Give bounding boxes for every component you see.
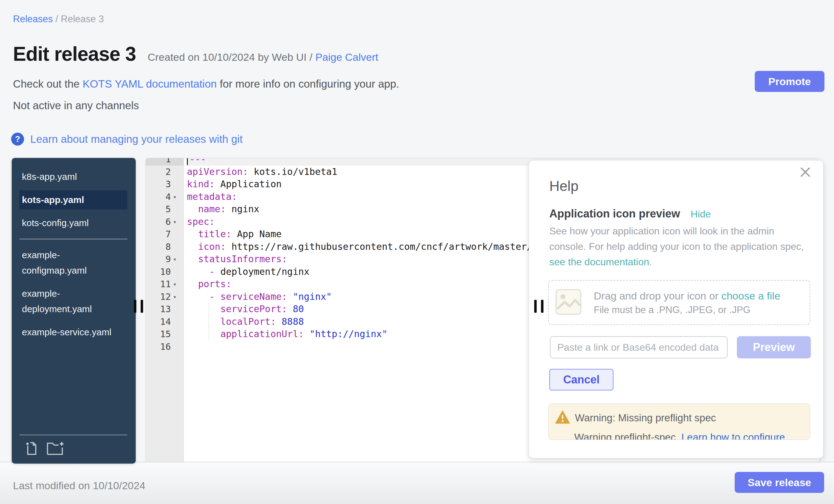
file-item-kots-app.yaml[interactable]: kots-app.yaml [19,190,127,210]
image-placeholder-icon [555,288,582,317]
gutter-line-1: 1 [146,158,184,166]
doc-hint: Check out the KOTS YAML documentation fo… [13,78,399,90]
bottom-bar: Last modified on 10/10/2024 [0,462,834,504]
gutter-line-4[interactable]: 4▾ [146,191,184,203]
sidebar-resize-handle[interactable] [134,300,144,313]
question-circle-icon: ? [11,133,24,146]
channel-status: Not active in any channels [13,99,139,112]
gutter-line-5: 5 [146,203,184,216]
section-title: Application icon preview [549,207,680,220]
title-row: Edit release 3 Created on 10/10/2024 by … [13,43,378,65]
fold-arrow-icon: ▾ [171,293,179,300]
fold-arrow-icon: ▾ [171,218,179,225]
icon-dropzone[interactable]: Drag and drop your icon or choose a file… [548,280,810,325]
learn-configure-link[interactable]: Learn how to configure [681,432,785,440]
breadcrumb-separator: / [53,14,61,24]
breadcrumb: Releases / Release 3 [13,14,104,25]
fold-arrow-icon: ▾ [171,193,179,200]
see-documentation-link[interactable]: see the documentation [549,256,649,267]
file-name: kots-config.yaml [22,215,89,231]
file-item-k8s-app.yaml[interactable]: k8s-app.yaml [19,167,127,186]
gutter-line-2: 2 [146,166,184,178]
help-title: Help [549,178,578,194]
dropzone-hint: File must be a .PNG, .JPEG, or .JPG [594,304,780,315]
help-description: See how your application icon will look … [549,223,805,269]
doc-prefix: Check out the [13,78,83,90]
fold-arrow-icon: ▾ [171,281,179,287]
file-item-example-service.yaml[interactable]: example-service.yaml [19,323,127,342]
created-info: Created on 10/10/2024 by Web UI / Paige … [148,51,378,63]
author-link[interactable]: Paige Calvert [315,51,378,63]
help-description-text: See how your application icon will look … [549,225,804,252]
hide-link[interactable]: Hide [690,209,711,220]
file-item-example-deployment.yaml[interactable]: example-deployment.yaml [19,284,127,319]
gutter-line-15: 15 [146,328,184,341]
git-releases-link[interactable]: Learn about managing your releases with … [30,133,243,145]
url-row: Preview [550,336,810,358]
choose-file-link[interactable]: choose a file [721,290,780,302]
last-modified: Last modified on 10/10/2024 [13,480,145,492]
file-list-divider [19,239,127,239]
promote-button[interactable]: Promote [755,71,825,92]
editor-resize-handle[interactable] [534,300,545,313]
git-help-row: ? Learn about managing your releases wit… [11,133,243,146]
add-file-icon[interactable] [26,441,39,456]
close-icon[interactable] [800,167,811,179]
cancel-button[interactable]: Cancel [549,369,613,391]
warning-icon [555,411,570,425]
file-list: k8s-app.yamlkots-app.yamlkots-config.yam… [12,158,136,342]
gutter-line-12[interactable]: 12▾ [146,290,184,303]
gutter-line-16: 16 [146,341,184,353]
file-item-example-configmap.yaml[interactable]: example-configmap.yaml [19,245,127,280]
gutter-line-8: 8 [146,241,184,253]
created-text: Created on 10/10/2024 by Web UI / [148,51,315,63]
file-name: kots-app.yaml [22,192,84,207]
gutter-line-11[interactable]: 11▾ [146,278,184,290]
gutter-line-9[interactable]: 9▾ [146,253,184,266]
file-item-kots-config.yaml[interactable]: kots-config.yaml [19,214,127,233]
kots-yaml-doc-link[interactable]: KOTS YAML documentation [83,78,217,90]
gutter-line-6[interactable]: 6▾ [146,216,184,228]
help-description-period: . [649,256,652,267]
gutter-line-14: 14 [146,315,184,328]
file-name: example-configmap.yaml [22,247,118,278]
doc-suffix: for more info on configuring your app. [217,78,399,90]
warning-detail-text: Warning preflight-spec. [574,432,681,440]
preview-button[interactable]: Preview [737,336,811,358]
sidebar-footer [19,435,127,456]
file-sidebar: k8s-app.yamlkots-app.yamlkots-config.yam… [12,158,136,464]
gutter-line-3: 3 [146,178,184,191]
gutter-line-10: 10 [146,266,184,278]
icon-preview-section: Application icon preview Hide [549,207,711,220]
file-name: example-service.yaml [22,325,111,340]
preflight-warning: Warning: Missing preflight spec Warning … [548,403,810,440]
dropzone-label: Drag and drop your icon or [594,290,721,302]
breadcrumb-current: Release 3 [61,14,104,24]
page-title: Edit release 3 [13,43,136,65]
file-name: example-deployment.yaml [22,286,118,317]
dropzone-text: Drag and drop your icon or choose a file… [594,290,780,315]
add-folder-icon[interactable] [47,441,64,456]
text-cursor [187,158,188,165]
save-release-button[interactable]: Save release [735,472,824,493]
fold-arrow-icon: ▾ [171,256,179,262]
breadcrumb-releases-link[interactable]: Releases [13,14,53,24]
icon-url-input[interactable] [550,336,728,358]
warning-title: Warning: Missing preflight spec [575,412,716,424]
gutter-line-7: 7 [146,228,184,241]
file-name: k8s-app.yaml [22,169,77,184]
warning-detail: Warning preflight-spec. Learn how to con… [574,432,803,440]
help-panel: Help Application icon preview Hide See h… [529,160,824,458]
gutter-line-13: 13 [146,303,184,315]
editor-gutter: 1234▾56▾789▾1011▾12▾13141516 [146,158,184,353]
